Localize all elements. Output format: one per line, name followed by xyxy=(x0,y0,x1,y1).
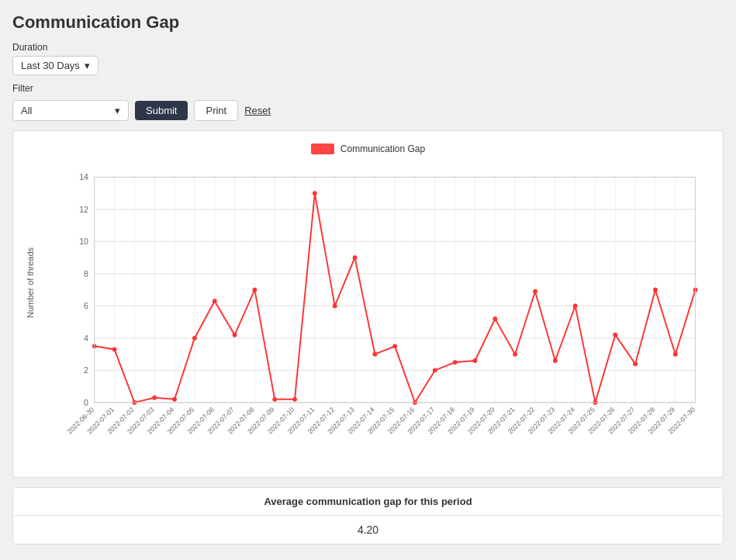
filter-label: Filter xyxy=(12,83,724,94)
filter-row: All ▾ Submit Print Reset xyxy=(12,100,724,121)
svg-text:2: 2 xyxy=(84,365,88,375)
svg-point-52 xyxy=(192,336,197,340)
chart-container: Communication Gap Number of threads 0246… xyxy=(12,130,724,478)
svg-point-53 xyxy=(213,299,217,303)
duration-chevron-icon: ▾ xyxy=(85,60,90,71)
summary-box: Average communication gap for this perio… xyxy=(12,487,724,544)
chart-legend: Communication Gap xyxy=(26,143,710,154)
filter-value: All xyxy=(21,105,32,116)
summary-value: 4.20 xyxy=(13,516,723,544)
svg-point-56 xyxy=(272,397,277,402)
svg-text:6: 6 xyxy=(84,301,88,310)
svg-point-58 xyxy=(313,191,317,195)
svg-point-73 xyxy=(613,333,617,337)
submit-button[interactable]: Submit xyxy=(135,101,188,120)
print-button[interactable]: Print xyxy=(194,100,238,121)
svg-point-51 xyxy=(172,397,177,402)
svg-point-69 xyxy=(533,289,537,294)
svg-point-57 xyxy=(292,397,297,402)
svg-point-74 xyxy=(633,361,638,366)
page-title: Communication Gap xyxy=(12,12,724,33)
summary-header: Average communication gap for this perio… xyxy=(13,488,723,516)
chart-wrapper: Number of threads 024681012142022-06-302… xyxy=(26,162,710,465)
svg-point-64 xyxy=(433,368,437,373)
duration-label: Duration xyxy=(12,42,724,53)
controls-panel: Duration Last 30 Days ▾ Filter All ▾ Sub… xyxy=(12,42,724,121)
svg-text:8: 8 xyxy=(84,269,88,278)
svg-point-59 xyxy=(333,304,337,309)
svg-point-67 xyxy=(492,316,497,321)
svg-point-70 xyxy=(553,358,558,363)
filter-chevron-icon: ▾ xyxy=(115,105,120,116)
svg-point-60 xyxy=(353,255,358,260)
svg-point-50 xyxy=(152,396,157,400)
svg-point-61 xyxy=(372,352,377,357)
svg-point-65 xyxy=(453,360,458,365)
duration-dropdown[interactable]: Last 30 Days ▾ xyxy=(12,56,98,75)
filter-dropdown[interactable]: All ▾ xyxy=(12,100,129,121)
y-axis-label: Number of threads xyxy=(26,247,35,318)
svg-point-75 xyxy=(653,288,658,292)
line-chart: 024681012142022-06-302022-07-012022-07-0… xyxy=(64,162,710,462)
duration-value: Last 30 Days xyxy=(21,60,80,71)
reset-button[interactable]: Reset xyxy=(244,105,271,116)
svg-text:10: 10 xyxy=(79,237,88,246)
legend-label: Communication Gap xyxy=(340,143,425,154)
svg-point-48 xyxy=(112,347,117,352)
svg-text:0: 0 xyxy=(84,398,88,407)
svg-text:14: 14 xyxy=(79,172,88,181)
legend-color-swatch xyxy=(311,143,334,154)
svg-point-62 xyxy=(392,344,397,348)
svg-point-76 xyxy=(673,352,678,357)
svg-point-54 xyxy=(233,333,237,337)
svg-text:4: 4 xyxy=(84,334,88,343)
svg-point-55 xyxy=(252,288,257,292)
svg-point-66 xyxy=(473,358,478,363)
svg-point-68 xyxy=(513,352,517,357)
svg-point-71 xyxy=(573,304,578,309)
svg-text:12: 12 xyxy=(79,205,88,214)
